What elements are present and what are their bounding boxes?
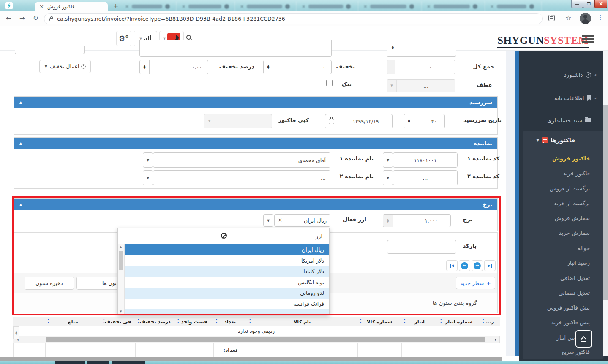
submenu-item-purchase-order[interactable]: سفارش خرید bbox=[523, 230, 604, 236]
apply-discount-button[interactable]: اعمال تخفیف ▼ bbox=[39, 60, 91, 73]
nav-first-button[interactable]: ◀ bbox=[446, 260, 458, 271]
background-tab[interactable]: × bbox=[423, 1, 485, 11]
tab-close-icon[interactable]: × bbox=[182, 4, 185, 9]
column-menu-icon[interactable]: ⋮ bbox=[481, 318, 485, 324]
submenu-item-purchase-invoice[interactable]: فاکتور خرید bbox=[523, 170, 604, 177]
agent-name1-dropdown-button[interactable]: ▼ bbox=[143, 152, 153, 168]
collapse-icon[interactable]: ▲ bbox=[19, 203, 22, 206]
submenu-item-transfer[interactable]: حواله bbox=[523, 245, 604, 251]
currency-combobox[interactable]: × ریال ایران bbox=[274, 214, 330, 227]
nav-last-button[interactable]: ▶ bbox=[484, 260, 496, 271]
no-filter-icon[interactable] bbox=[221, 233, 227, 239]
grid-column-header[interactable]: درصد تخفیف⋮ bbox=[135, 317, 175, 326]
grid-column-header[interactable]: تعداد⋮ bbox=[213, 317, 247, 326]
dropdown-item-selected[interactable]: ریال ایران bbox=[125, 244, 329, 255]
sidebar-item-base-info[interactable]: اطلاعات پایه ◂ bbox=[519, 93, 608, 103]
spinner-control[interactable]: ▲▼ bbox=[389, 41, 397, 55]
window-close-button[interactable]: X bbox=[594, 0, 607, 8]
window-minimize-button[interactable]: — bbox=[571, 0, 583, 8]
background-tab[interactable]: × bbox=[298, 1, 358, 11]
spinner-control[interactable]: ▲▼ bbox=[140, 60, 150, 74]
dropdown-item[interactable]: دلار کانادا bbox=[125, 266, 329, 277]
lock-icon[interactable] bbox=[49, 18, 53, 21]
tab-close-icon[interactable]: × bbox=[240, 4, 244, 9]
grid-column-header[interactable]: ر...⋮ bbox=[480, 317, 500, 326]
active-browser-tab[interactable]: × فاکتور فروش bbox=[35, 2, 108, 11]
tab-close-icon[interactable]: × bbox=[302, 4, 305, 9]
background-tab[interactable]: × bbox=[237, 1, 297, 11]
back-icon[interactable]: ← bbox=[6, 14, 11, 22]
bookmark-star-icon[interactable]: ☆ bbox=[565, 14, 571, 22]
tab-close-icon[interactable]: × bbox=[427, 4, 431, 9]
submenu-item-deficit-adjustment[interactable]: تعدیل نقصانی bbox=[523, 290, 604, 296]
dropdown-item-partial[interactable] bbox=[125, 309, 329, 314]
sidebar-item-dashboard[interactable]: داشبورد ◂ bbox=[519, 70, 608, 80]
submenu-item-sales-invoice[interactable]: فاکتور فروش bbox=[523, 155, 604, 162]
rate-input[interactable]: ▲▼ ۱.۰۰۰ bbox=[383, 214, 451, 227]
column-menu-icon[interactable]: ⋮ bbox=[46, 318, 51, 324]
brand-logo[interactable]: SHYGUNSYSTEM bbox=[497, 35, 589, 48]
grid-column-header[interactable]: انبار⋮ bbox=[401, 317, 438, 326]
agent-name2-input[interactable]: ... bbox=[153, 170, 330, 185]
settings-button[interactable]: ⚙⚙ bbox=[116, 31, 131, 46]
browser-menu-icon[interactable]: ⋮ bbox=[597, 14, 603, 21]
discount-percent-input[interactable]: ▲▼ ۰.۰۰ bbox=[139, 60, 208, 74]
collapse-icon[interactable]: ▲ bbox=[19, 101, 22, 104]
reload-icon[interactable]: ↻ bbox=[33, 14, 38, 22]
scroll-right-icon[interactable]: ▸ bbox=[495, 337, 497, 342]
row-spinner[interactable]: ▲▼ bbox=[13, 326, 19, 339]
clear-icon[interactable]: × bbox=[278, 217, 282, 223]
window-restore-button[interactable]: ❐ bbox=[583, 0, 594, 8]
address-bar[interactable]: ca.shygunsys.net/invoice/?InvoiceType=6B… bbox=[44, 13, 543, 24]
background-tab[interactable]: × bbox=[487, 1, 542, 11]
dropdown-item[interactable]: فرانک فرانسه bbox=[125, 299, 329, 310]
column-menu-icon[interactable]: ⋮ bbox=[101, 318, 106, 324]
column-menu-icon[interactable]: ⋮ bbox=[358, 318, 363, 324]
forward-icon[interactable]: → bbox=[19, 14, 25, 22]
grid-column-header[interactable]: نام کالا⋮ bbox=[247, 317, 357, 326]
translate-icon[interactable] bbox=[548, 15, 555, 21]
column-menu-icon[interactable]: ⋮ bbox=[136, 318, 141, 324]
due-section-header[interactable]: سررسید ▲ bbox=[14, 97, 497, 108]
background-tab[interactable]: × bbox=[360, 1, 422, 11]
grid-column-header[interactable]: شماره کالا⋮ bbox=[357, 317, 401, 326]
collapse-icon[interactable]: ▲ bbox=[19, 141, 22, 145]
cutoff-input-right[interactable]: ▲▼ bbox=[387, 40, 456, 57]
profile-avatar[interactable] bbox=[580, 13, 591, 24]
new-tab-button[interactable]: + bbox=[111, 3, 120, 10]
hamburger-menu-icon[interactable] bbox=[582, 35, 594, 43]
atf-input[interactable]: ▼ ... bbox=[387, 79, 455, 92]
submenu-item-proforma-purchase[interactable]: پیش فاکتور خرید bbox=[523, 319, 604, 326]
tick-checkbox[interactable] bbox=[326, 80, 333, 86]
agent-code1-input[interactable]: ۱۱۸۰۱۰۰۱ bbox=[393, 152, 458, 168]
barcode-input[interactable] bbox=[387, 240, 456, 254]
tab-close-icon[interactable]: × bbox=[39, 4, 44, 9]
agent-name2-dropdown-button[interactable]: ▼ bbox=[143, 170, 153, 185]
grid-horizontal-scrollbar[interactable]: ◂ ▸ bbox=[13, 336, 500, 343]
dropdown-item[interactable]: پوند انگلیس bbox=[125, 277, 329, 288]
column-menu-icon[interactable]: ⋮ bbox=[439, 318, 443, 324]
tab-close-icon[interactable]: × bbox=[363, 4, 367, 9]
sidebar-group-invoices[interactable]: ▼ فاکتورها bbox=[523, 137, 604, 144]
nav-prev-button[interactable]: ← bbox=[459, 260, 470, 271]
tab-close-icon[interactable]: × bbox=[490, 4, 494, 9]
scroll-to-top-button[interactable] bbox=[575, 330, 592, 348]
submenu-item-warehouse-receipt[interactable]: رسید انبار bbox=[523, 260, 604, 266]
agent-code2-dropdown-button[interactable]: ▼ bbox=[383, 170, 393, 185]
submenu-item-quick-invoice[interactable]: فاکتور سریع bbox=[523, 349, 604, 355]
grid-column-header[interactable]: فی تخفیف⋮ bbox=[101, 317, 135, 326]
scroll-down-icon[interactable]: ▼ bbox=[120, 310, 122, 313]
grid-column-header[interactable]: قیمت واحد⋮ bbox=[175, 317, 213, 326]
agent-code2-input[interactable]: ... bbox=[393, 170, 458, 185]
background-tab[interactable]: × bbox=[122, 1, 177, 11]
submenu-item-surplus-adjustment[interactable]: تعدیل اضافی bbox=[523, 275, 604, 281]
scrollbar-thumb[interactable] bbox=[603, 105, 608, 300]
submenu-item-sales-order[interactable]: سفارش فروش bbox=[523, 215, 604, 221]
agent-code1-dropdown-button[interactable]: ▼ bbox=[383, 152, 393, 168]
agent-name1-input[interactable]: آقای محمدی bbox=[153, 152, 330, 168]
submenu-item-sales-return[interactable]: برگشت از فروش bbox=[523, 185, 604, 192]
background-tab[interactable]: × bbox=[178, 1, 235, 11]
grand-total-input[interactable]: ۰ bbox=[387, 60, 455, 74]
grid-column-header[interactable]: مبلغ⋮ bbox=[45, 317, 101, 326]
cutoff-input-center[interactable] bbox=[139, 40, 332, 57]
